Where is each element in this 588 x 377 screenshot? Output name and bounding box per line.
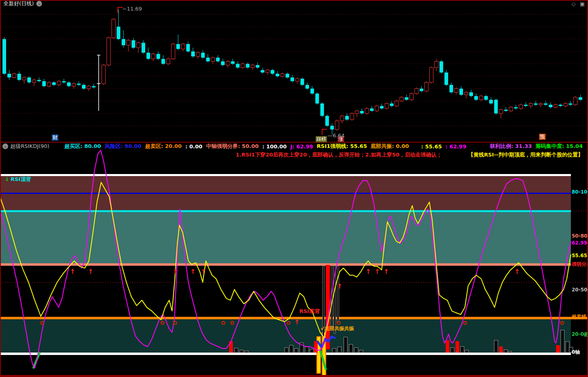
indicator-params: 超买区: 80.00风险区: 90.00超卖区: 20.00: 0.00中轴强弱… bbox=[61, 143, 583, 150]
buy-arrow-icon: ↑ bbox=[201, 268, 206, 276]
buy-arrow-icon: ↑ bbox=[294, 318, 299, 326]
indicator-param: 底部共振: 0.00 bbox=[371, 143, 409, 150]
event-badge[interactable]: 财 bbox=[52, 134, 58, 141]
rsi-top-divergence-label: ↓RSI顶背 bbox=[5, 176, 31, 183]
buy-arrow-icon: ↑ bbox=[374, 268, 380, 276]
indicator-name[interactable]: 超级RSIKDJ(90) bbox=[10, 143, 61, 150]
event-badge[interactable]: 预 bbox=[539, 134, 546, 140]
low-price-annotation: —6.64 bbox=[327, 132, 345, 139]
rsi-bottom-divergence-label: RSI底背 bbox=[299, 308, 320, 315]
oversold-flower-icon: ✿ bbox=[230, 320, 234, 326]
scale-label: 55.653 bbox=[572, 253, 588, 258]
oversold-flower-icon: ✿ bbox=[160, 320, 165, 326]
indicator-param: : 0.00 bbox=[186, 143, 203, 150]
indicator-param: 超买区: 80.00 bbox=[64, 143, 101, 150]
indicator-param: 风险区: 90.00 bbox=[105, 143, 141, 150]
oversold-flower-icon: ✿ bbox=[221, 320, 225, 326]
indicator-hint-yellow: 【黄线RSI--判中期顶底，用来判断个股的位置】 bbox=[468, 151, 583, 159]
stock-title: 全新好(日线) bbox=[3, 0, 34, 7]
oversold-flower-icon: ✿ bbox=[286, 320, 291, 326]
indicator-param: 筹码集中度: 15.04 bbox=[535, 143, 583, 150]
indicator-param: J: 62.99 bbox=[290, 143, 313, 150]
indicator-param: 超卖区: 20.00 bbox=[145, 143, 182, 150]
scale-label: 强弱分界 bbox=[572, 261, 588, 268]
buy-arrow-icon: ↑ bbox=[383, 268, 389, 276]
oversold-flower-icon: ✿ bbox=[559, 320, 564, 326]
indicator-chevron-icon[interactable]: ⌄ bbox=[2, 143, 8, 149]
buy-arrow-icon: ↑ bbox=[172, 268, 178, 276]
indicator-hint-red: 1.RSI1下穿20后再次上穿20，底部确认，反弹开始；2.如再上穿50，启动走… bbox=[236, 151, 442, 159]
scale-label: 62.993 bbox=[572, 240, 588, 246]
oversold-flower-icon: ✿ bbox=[462, 320, 467, 326]
buy-arrow-icon: ↑ bbox=[514, 268, 519, 276]
scale-label: 20-0超卖 bbox=[572, 331, 588, 338]
scale-label: 超卖线 bbox=[572, 313, 586, 320]
scale-label: 20-50弱 bbox=[572, 287, 588, 293]
chart-canvas: ↑↑↑↑↑↑↑↑↑↑↑✿✿✿✿✿✿✿✿✿ bbox=[0, 0, 588, 377]
oversold-flower-icon: ✿ bbox=[40, 320, 44, 326]
low-marker-icon bbox=[322, 129, 327, 135]
scale-label: 0轴 bbox=[572, 349, 580, 356]
indicator-bands bbox=[0, 174, 588, 355]
scale-label: 80-100 bbox=[572, 189, 588, 195]
diamond-icon[interactable]: ◇ bbox=[572, 1, 576, 7]
buy-arrow-icon: ↑ bbox=[88, 268, 93, 276]
chevron-down-icon[interactable]: ⌄ bbox=[36, 1, 42, 7]
indicator-param: 获利比例: 31.33 bbox=[490, 143, 532, 150]
down-left-arrow-icon: ↙ bbox=[321, 326, 325, 331]
bottom-border bbox=[0, 375, 588, 376]
buy-arrow-icon: ↑ bbox=[70, 268, 75, 276]
indicator-param: : 55.65 bbox=[421, 143, 442, 150]
buy-arrow-icon: ↑ bbox=[190, 268, 195, 276]
buy-arrow-icon: ↑ bbox=[365, 268, 371, 276]
title-bar: 全新好(日线) ⌄ ◇ ▣ bbox=[0, 0, 588, 7]
event-badge[interactable]: 踩榜 bbox=[316, 136, 327, 142]
bottom-resonance-label: ↙底部共振共振 bbox=[321, 325, 354, 332]
down-arrow-icon: ↓ bbox=[5, 176, 9, 182]
indicator-header: ⌄ 超级RSIKDJ(90) 超买区: 80.00风险区: 90.00超卖区: … bbox=[0, 143, 588, 150]
oversold-flower-icon: ✿ bbox=[172, 320, 177, 326]
indicator-param: 中轴强弱分界: 50.00 bbox=[206, 143, 259, 150]
split-pane-icon[interactable]: ▣ bbox=[580, 1, 585, 7]
buy-arrow-icon: ↑ bbox=[337, 282, 342, 290]
scale-label: 50-80强 bbox=[572, 233, 588, 240]
indicator-param: : 62.99 bbox=[446, 143, 466, 150]
indicator-param: RSI1强弱线: 55.65 bbox=[317, 143, 367, 150]
indicator-param: : 100.00 bbox=[262, 143, 287, 150]
